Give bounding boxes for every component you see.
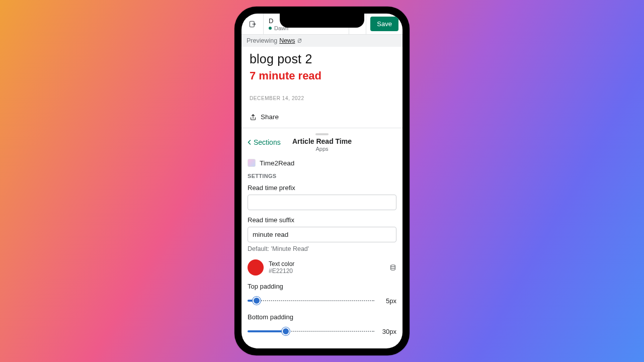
panel-drag-handle[interactable]: [315, 133, 329, 135]
color-label: Text color: [269, 260, 384, 267]
panel-header: Sections Article Read Time Apps: [242, 137, 403, 155]
app-screen: D Dawn Save Previewing News: [242, 14, 403, 348]
bottom-padding-value: 30px: [379, 328, 396, 335]
suffix-helper: Default: 'Minute Read': [248, 245, 396, 252]
back-to-sections[interactable]: Sections: [247, 138, 281, 146]
phone-notch: [280, 14, 364, 28]
app-row[interactable]: Time2Read: [242, 155, 403, 171]
settings-heading: SETTINGS: [242, 171, 403, 181]
setting-bottom-padding: Bottom padding: [242, 310, 403, 325]
svg-point-1: [391, 265, 395, 267]
post-date: DECEMBER 14, 2022: [250, 96, 394, 101]
exit-editor-button[interactable]: [242, 14, 264, 34]
preview-page-link[interactable]: News: [279, 37, 295, 44]
top-padding-label: Top padding: [248, 283, 396, 290]
suffix-label: Read time suffix: [248, 216, 396, 224]
phone-frame: D Dawn Save Previewing News: [234, 7, 410, 355]
preview-label: Previewing: [247, 37, 277, 44]
top-padding-slider[interactable]: [248, 296, 374, 305]
share-icon: [250, 114, 257, 121]
preview-bar: Previewing News: [242, 35, 403, 47]
share-button[interactable]: Share: [250, 113, 394, 121]
exit-icon: [249, 20, 257, 28]
save-button[interactable]: Save: [370, 17, 398, 31]
prefix-input[interactable]: [248, 195, 396, 210]
color-swatch[interactable]: [248, 259, 264, 276]
bottom-padding-label: Bottom padding: [248, 313, 396, 321]
color-hex: #E22120: [269, 267, 384, 275]
bottom-padding-slider[interactable]: [248, 327, 374, 336]
post-title: blog post 2: [250, 52, 394, 66]
dynamic-source-icon[interactable]: [389, 264, 396, 271]
external-link-icon: [297, 38, 302, 43]
live-status-dot: [269, 27, 272, 30]
article-preview: blog post 2 7 minute read DECEMBER 14, 2…: [242, 47, 403, 128]
read-time-text: 7 minute read: [250, 69, 394, 82]
setting-top-padding: Top padding: [242, 280, 403, 294]
app-icon: [248, 159, 256, 167]
chevron-left-icon: [247, 139, 253, 145]
app-name: Time2Read: [260, 159, 294, 167]
panel-subtitle: Apps: [247, 146, 397, 152]
setting-text-color[interactable]: Text color #E22120: [242, 255, 403, 280]
prefix-label: Read time prefix: [248, 184, 396, 192]
setting-read-time-prefix: Read time prefix: [242, 181, 403, 213]
top-padding-value: 5px: [379, 297, 396, 305]
share-label: Share: [261, 113, 279, 121]
setting-read-time-suffix: Read time suffix Default: 'Minute Read': [242, 213, 403, 255]
suffix-input[interactable]: [248, 227, 396, 242]
